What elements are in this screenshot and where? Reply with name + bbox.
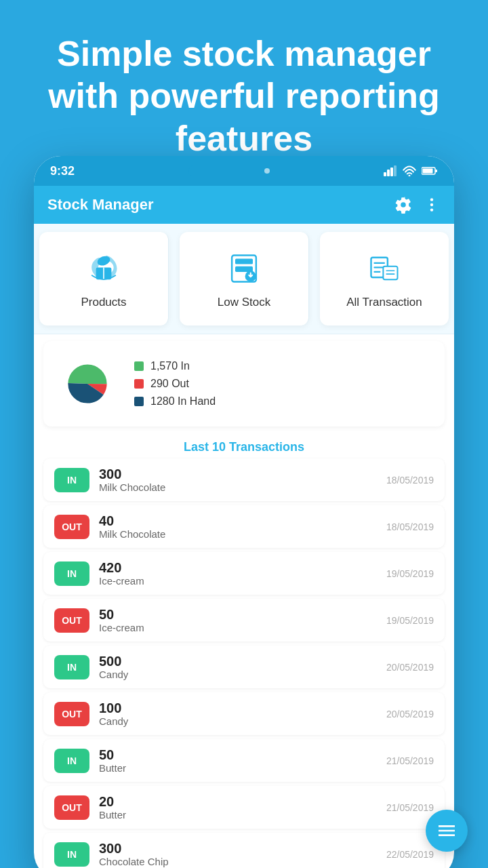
svg-rect-6 <box>435 170 437 172</box>
alltransaction-label: All Transaction <box>346 296 422 309</box>
tx-qty: 50 <box>99 747 377 762</box>
legend-out: 290 Out <box>134 378 216 390</box>
tx-info: 50Ice-cream <box>99 607 377 633</box>
transaction-item[interactable]: OUT20Butter21/05/2019 <box>43 786 445 829</box>
tx-qty: 300 <box>99 467 377 481</box>
section-title: Last 10 Transactions <box>34 433 454 458</box>
tx-date: 21/05/2019 <box>386 755 434 766</box>
legend-dot-out <box>134 379 144 389</box>
transaction-item[interactable]: OUT100Candy20/05/2019 <box>43 692 445 735</box>
tx-info: 500Candy <box>99 654 377 680</box>
svg-point-27 <box>78 374 98 394</box>
legend-inhand-label: 1280 In Hand <box>150 395 216 408</box>
transaction-item[interactable]: IN300Chocolate Chip22/05/2019 <box>43 833 445 868</box>
phone-frame: 9:32 <box>34 156 454 868</box>
svg-rect-22 <box>383 267 397 280</box>
tx-info: 420Ice-cream <box>99 560 377 587</box>
tx-badge-out: OUT <box>54 702 89 726</box>
tx-badge-out: OUT <box>54 515 89 539</box>
legend-inhand: 1280 In Hand <box>134 395 216 408</box>
tx-info: 20Butter <box>99 794 377 821</box>
tx-qty: 500 <box>99 654 377 669</box>
legend-dot-in <box>134 361 144 371</box>
alltransaction-icon <box>364 248 405 289</box>
svg-rect-2 <box>390 167 393 176</box>
svg-rect-0 <box>384 172 386 176</box>
pie-chart <box>57 353 118 414</box>
tx-info: 100Candy <box>99 701 377 727</box>
app-title: Stock Manager <box>47 196 386 214</box>
transaction-item[interactable]: IN50Butter21/05/2019 <box>43 739 445 782</box>
tx-name: Candy <box>99 669 377 680</box>
menu-icon <box>436 820 458 842</box>
status-bar: 9:32 <box>34 156 454 186</box>
chart-legend: 1,570 In 290 Out 1280 In Hand <box>134 360 216 408</box>
transaction-item[interactable]: IN300Milk Chocolate18/05/2019 <box>43 458 445 501</box>
tx-info: 40Milk Chocolate <box>99 513 377 540</box>
tx-date: 22/05/2019 <box>386 849 434 860</box>
svg-point-10 <box>430 208 433 211</box>
legend-in-label: 1,570 In <box>150 360 190 372</box>
wifi-icon <box>403 165 416 176</box>
tx-date: 19/05/2019 <box>386 615 434 626</box>
transaction-item[interactable]: IN500Candy20/05/2019 <box>43 646 445 688</box>
status-time: 9:32 <box>50 164 75 178</box>
fab-button[interactable] <box>426 810 468 852</box>
legend-in: 1,570 In <box>134 360 216 372</box>
tx-info: 300Milk Chocolate <box>99 467 377 493</box>
svg-point-4 <box>409 175 411 176</box>
tx-badge-in: IN <box>54 561 89 586</box>
app-bar: Stock Manager <box>34 186 454 224</box>
tx-badge-in: IN <box>54 655 89 679</box>
tx-name: Ice-cream <box>99 622 377 633</box>
gear-icon[interactable] <box>394 196 412 214</box>
lowstock-action[interactable]: Low Stock <box>180 232 309 326</box>
products-action[interactable]: Products <box>39 232 169 326</box>
app-bar-icons <box>394 196 441 214</box>
legend-out-label: 290 Out <box>150 378 189 390</box>
tx-name: Butter <box>99 762 377 774</box>
alltransaction-action[interactable]: All Transaction <box>320 232 449 326</box>
lowstock-label: Low Stock <box>218 296 270 309</box>
tx-name: Chocolate Chip <box>99 856 377 867</box>
svg-point-8 <box>430 198 433 201</box>
tx-badge-in: IN <box>54 468 89 492</box>
tx-date: 18/05/2019 <box>386 475 434 486</box>
more-vertical-icon[interactable] <box>423 196 441 214</box>
tx-badge-out: OUT <box>54 795 89 820</box>
lowstock-icon <box>224 248 264 289</box>
svg-point-9 <box>430 203 433 206</box>
tx-info: 300Chocolate Chip <box>99 841 377 867</box>
tx-date: 21/05/2019 <box>386 802 434 813</box>
chart-section: 1,570 In 290 Out 1280 In Hand <box>43 341 445 427</box>
tx-name: Butter <box>99 809 377 821</box>
svg-rect-1 <box>387 170 390 176</box>
tx-badge-in: IN <box>54 842 89 867</box>
tx-qty: 300 <box>99 841 377 856</box>
status-icons <box>384 165 438 176</box>
notch-dot <box>264 168 270 174</box>
products-icon <box>83 248 124 289</box>
tx-qty: 50 <box>99 607 377 622</box>
tx-qty: 40 <box>99 513 377 528</box>
tx-date: 18/05/2019 <box>386 521 434 532</box>
status-notch <box>188 165 270 176</box>
tx-date: 20/05/2019 <box>386 709 434 719</box>
svg-rect-3 <box>394 165 396 176</box>
tx-badge-in: IN <box>54 749 89 773</box>
transaction-item[interactable]: IN420Ice-cream19/05/2019 <box>43 552 445 595</box>
transaction-item[interactable]: OUT40Milk Chocolate18/05/2019 <box>43 505 445 548</box>
products-label: Products <box>81 296 126 309</box>
tx-date: 19/05/2019 <box>386 568 434 579</box>
transaction-item[interactable]: OUT50Ice-cream19/05/2019 <box>43 599 445 642</box>
svg-rect-15 <box>235 258 253 264</box>
tx-badge-out: OUT <box>54 608 89 633</box>
transaction-list: IN300Milk Chocolate18/05/2019OUT40Milk C… <box>34 458 454 868</box>
signal-icon <box>384 165 397 176</box>
battery-icon <box>422 166 438 176</box>
hero-section: Simple stock manager with powerful repor… <box>0 0 488 173</box>
tx-date: 20/05/2019 <box>386 662 434 673</box>
svg-rect-7 <box>423 169 433 174</box>
hero-title: Simple stock manager with powerful repor… <box>27 33 461 159</box>
tx-info: 50Butter <box>99 747 377 774</box>
